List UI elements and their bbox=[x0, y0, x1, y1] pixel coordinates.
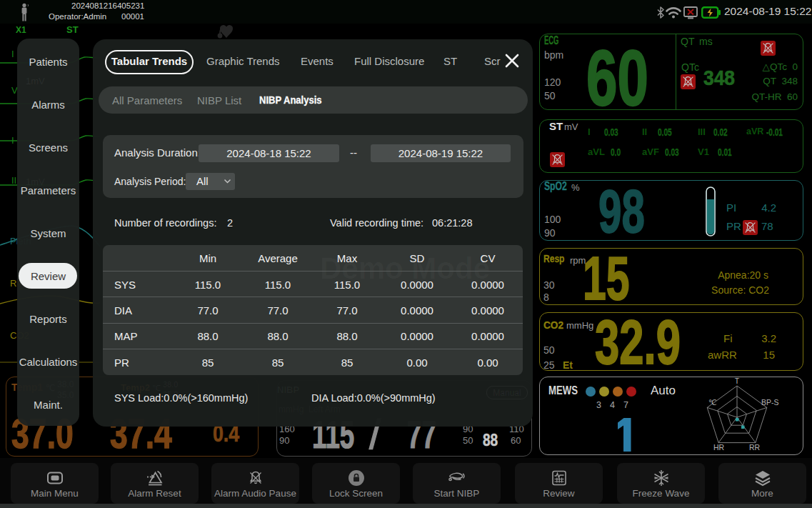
svg-text:RR: RR bbox=[749, 443, 761, 452]
svg-text:℃: ℃ bbox=[708, 398, 717, 407]
svg-text:T: T bbox=[735, 377, 740, 385]
svg-text:BP-S: BP-S bbox=[761, 398, 779, 407]
svg-text:HR: HR bbox=[713, 443, 725, 452]
